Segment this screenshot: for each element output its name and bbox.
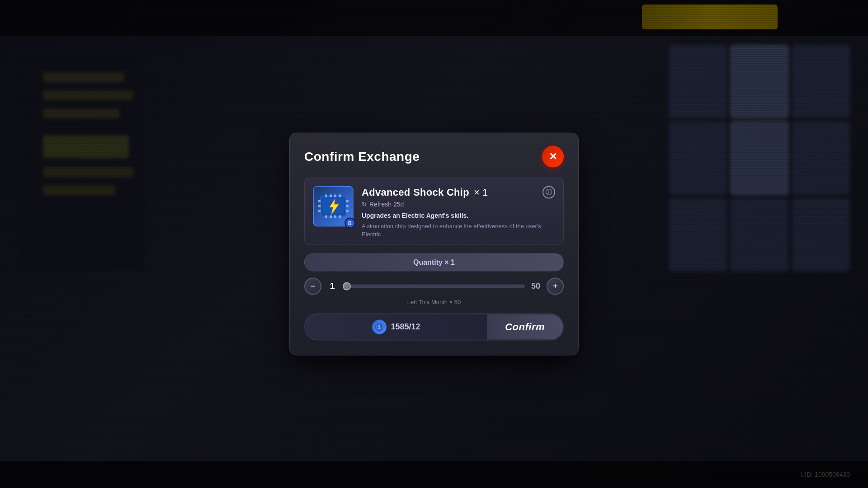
item-top-row: B Advanced Shock Chip × 1 ⓘ ↻ Refresh 25…	[313, 186, 555, 239]
svg-rect-13	[318, 210, 321, 212]
confirm-exchange-modal: Confirm Exchange ✕	[289, 133, 579, 356]
coin-svg: $	[374, 322, 384, 332]
svg-rect-7	[325, 216, 327, 218]
svg-rect-8	[330, 216, 332, 218]
qty-left-text: Left This Month × 50	[304, 298, 564, 305]
qty-decrease-button[interactable]: −	[304, 277, 321, 295]
currency-icon: $	[372, 319, 387, 334]
quantity-bar-label: Quantity × 1	[304, 253, 564, 271]
item-name-row: Advanced Shock Chip × 1 ⓘ	[362, 186, 555, 199]
svg-rect-3	[325, 195, 327, 197]
chip-icon-svg	[317, 190, 349, 223]
confirm-button[interactable]: Confirm	[487, 314, 563, 339]
item-badge: B	[344, 218, 355, 229]
info-icon-button[interactable]: ⓘ	[542, 186, 555, 199]
close-button[interactable]: ✕	[542, 146, 564, 168]
item-quantity: × 1	[474, 187, 488, 198]
svg-rect-11	[318, 200, 321, 202]
modal-header: Confirm Exchange ✕	[304, 146, 564, 168]
action-row: $ 1585/12 Confirm	[304, 313, 564, 340]
quantity-controls: − 1 50 +	[304, 277, 564, 295]
modal-title: Confirm Exchange	[304, 150, 420, 164]
refresh-icon: ↻	[362, 201, 367, 207]
qty-max-display: 50	[531, 282, 540, 291]
svg-text:$: $	[378, 324, 381, 329]
item-info: Advanced Shock Chip × 1 ⓘ ↻ Refresh 25d …	[362, 186, 555, 239]
currency-amount: 1585/12	[391, 322, 420, 332]
svg-rect-12	[318, 205, 321, 207]
item-icon-wrap: B	[313, 186, 354, 227]
qty-value-display: 1	[328, 281, 337, 291]
item-name: Advanced Shock Chip	[362, 187, 469, 198]
svg-rect-10	[339, 216, 341, 218]
refresh-row: ↻ Refresh 25d	[362, 201, 555, 208]
svg-rect-6	[339, 195, 341, 197]
svg-rect-15	[346, 205, 349, 207]
currency-section: $ 1585/12	[305, 314, 487, 339]
qty-slider-thumb[interactable]	[343, 282, 351, 290]
svg-rect-9	[334, 216, 336, 218]
svg-rect-16	[346, 210, 349, 212]
qty-increase-button[interactable]: +	[547, 277, 564, 295]
qty-slider-track	[343, 284, 525, 288]
item-desc-primary: Upgrades an Electric Agent's skills.	[362, 211, 555, 221]
item-desc-secondary: A simulation chip designed to enhance th…	[362, 222, 555, 238]
refresh-text: Refresh 25d	[369, 201, 404, 208]
svg-rect-4	[330, 195, 332, 197]
qty-slider[interactable]	[343, 284, 525, 288]
item-card: B Advanced Shock Chip × 1 ⓘ ↻ Refresh 25…	[304, 178, 564, 245]
svg-rect-5	[334, 195, 336, 197]
svg-rect-14	[346, 200, 349, 202]
